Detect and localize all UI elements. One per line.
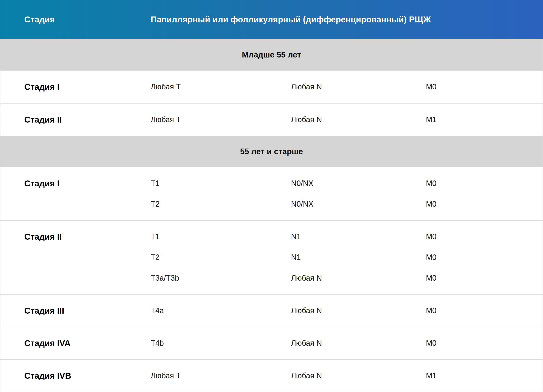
stage-cell: Стадия I — [0, 82, 151, 92]
stage-row: Стадия IVB Любая T Любая N M1 — [0, 359, 543, 392]
staging-table: Стадия Папиллярный или фолликулярный (ди… — [0, 0, 543, 392]
stage-cell: Стадия IVB — [0, 371, 151, 381]
n-cell: N0/NX — [291, 179, 426, 188]
age-band-under-55: Младше 55 лет — [0, 39, 543, 71]
m-cell: M1 — [426, 371, 543, 380]
header-cell-stage: Стадия — [0, 15, 151, 24]
stage-row: Стадия IVA T4b Любая N M0 — [0, 327, 543, 359]
table-header-row: Стадия Папиллярный или фолликулярный (ди… — [0, 0, 543, 39]
t-cell: T4b — [151, 339, 291, 348]
stage-row: Стадия III T4a Любая N M0 — [0, 294, 543, 327]
n-cell: N0/NX — [291, 200, 426, 209]
t-cell: Любая T — [151, 82, 291, 91]
subrow-list: T1 N0/NX M0 T2 N0/NX M0 — [151, 173, 543, 214]
t-cell: T1 — [151, 232, 291, 241]
t-cell: Любая T — [151, 115, 291, 124]
m-cell: M0 — [426, 339, 543, 348]
t-cell: T4a — [151, 306, 291, 315]
stage-cell: Стадия IVA — [0, 339, 151, 348]
m-cell: M0 — [426, 179, 543, 188]
stage-group-row: Стадия II T1 N1 M0 T2 N1 M0 T3a/T3b Люба… — [0, 220, 543, 294]
stage-group-row: Стадия I T1 N0/NX M0 T2 N0/NX M0 — [0, 167, 543, 220]
m-cell: M1 — [426, 115, 543, 124]
stage-row: Стадия I Любая T Любая N M0 — [0, 71, 543, 103]
subrow: T2 N1 M0 — [151, 247, 543, 268]
n-cell: N1 — [291, 253, 426, 262]
t-cell: T2 — [151, 253, 291, 262]
t-cell: T2 — [151, 200, 291, 209]
m-cell: M0 — [426, 200, 543, 209]
stage-cell: Стадия I — [0, 173, 151, 194]
stage-cell: Стадия II — [0, 115, 151, 124]
m-cell: M0 — [426, 232, 543, 241]
m-cell: M0 — [426, 82, 543, 91]
n-cell: Любая N — [291, 339, 426, 348]
m-cell: M0 — [426, 274, 543, 283]
n-cell: Любая N — [291, 82, 426, 91]
n-cell: Любая N — [291, 371, 426, 380]
t-cell: Любая T — [151, 371, 291, 380]
band-label: Младше 55 лет — [242, 50, 301, 59]
n-cell: Любая N — [291, 274, 426, 283]
subrow: T1 N0/NX M0 — [151, 173, 543, 194]
n-cell: N1 — [291, 232, 426, 241]
subrow-list: T1 N1 M0 T2 N1 M0 T3a/T3b Любая N M0 — [151, 226, 543, 288]
subrow: T3a/T3b Любая N M0 — [151, 268, 543, 288]
stage-cell: Стадия II — [0, 226, 151, 247]
subrow: T1 N1 M0 — [151, 226, 543, 247]
stage-cell: Стадия III — [0, 306, 151, 315]
header-cell-tumor-type: Папиллярный или фолликулярный (дифференц… — [151, 15, 543, 24]
n-cell: Любая N — [291, 306, 426, 315]
t-cell: T3a/T3b — [151, 274, 291, 283]
m-cell: M0 — [426, 306, 543, 315]
t-cell: T1 — [151, 179, 291, 188]
subrow: T2 N0/NX M0 — [151, 194, 543, 214]
table-body: Младше 55 лет Стадия I Любая T Любая N M… — [0, 39, 543, 392]
band-label: 55 лет и старше — [240, 147, 303, 156]
n-cell: Любая N — [291, 115, 426, 124]
m-cell: M0 — [426, 253, 543, 262]
age-band-55-and-older: 55 лет и старше — [0, 136, 543, 167]
stage-row: Стадия II Любая T Любая N M1 — [0, 103, 543, 136]
